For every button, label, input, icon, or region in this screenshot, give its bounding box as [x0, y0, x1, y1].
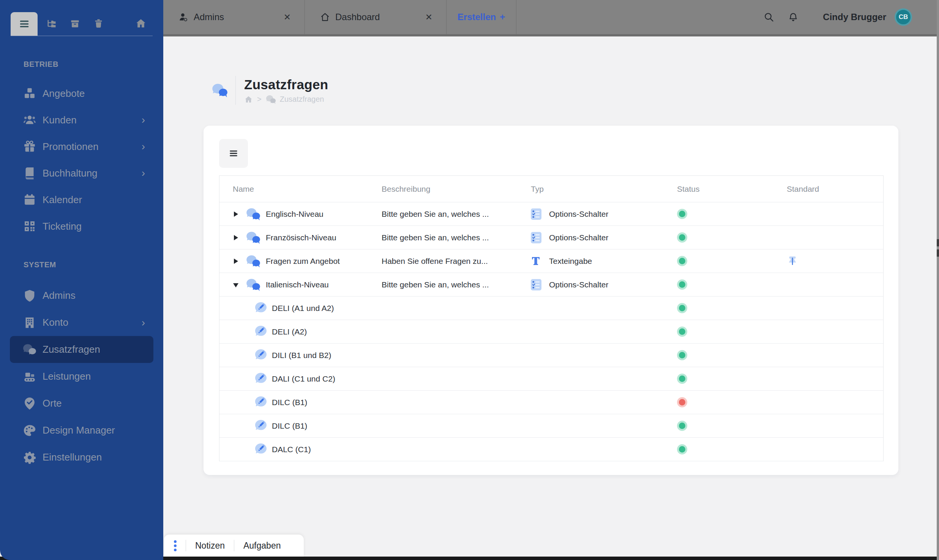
topbar-right: Cindy Brugger CB [764, 0, 939, 34]
sidebar-item-label: Konto [43, 317, 68, 328]
sidebar-item-label: Design Manager [43, 424, 115, 436]
tab-dashboard[interactable]: Dashboard✕ [305, 0, 447, 34]
sidebar-section-title: BETRIEB [24, 57, 163, 71]
sidebar-item-label: Einstellungen [43, 451, 102, 463]
search-icon[interactable] [764, 12, 774, 22]
row-description: Bitte geben Sie an, welches ... [382, 233, 489, 242]
sidebar-nav: BETRIEBAngeboteKunden›Promotionen›Buchha… [0, 57, 163, 471]
book-icon [23, 166, 36, 180]
sidebar-item-label: Buchhaltung [43, 167, 98, 179]
sitemap-icon[interactable] [46, 19, 57, 29]
sidebar-item-promotionen[interactable]: Promotionen› [10, 133, 153, 160]
answer-pencil-icon [254, 372, 268, 386]
answer-pencil-icon [254, 349, 268, 362]
row-type: Texteingabe [549, 257, 592, 266]
row-name: Englisch-Niveau [266, 210, 324, 219]
expand-arrow-icon[interactable] [233, 258, 238, 264]
trash-icon[interactable] [93, 18, 104, 29]
row-name: Fragen zum Angebot [266, 257, 340, 266]
tab-create-new[interactable]: Erstellen + [447, 0, 516, 34]
status-dot-active [677, 303, 687, 313]
column-header-status: Status [664, 185, 773, 194]
location-icon [23, 397, 36, 410]
close-icon[interactable]: ✕ [284, 13, 291, 22]
home-icon[interactable] [135, 18, 147, 29]
sidebar-item-label: Admins [43, 290, 76, 301]
bell-icon[interactable] [788, 12, 799, 22]
scrollbar-track[interactable] [937, 0, 939, 560]
sidebar-item-ticketing[interactable]: Ticketing [10, 213, 153, 240]
sidebar-section-title: SYSTEM [24, 258, 163, 271]
row-description: Bitte geben Sie an, welches ... [382, 210, 489, 219]
table-row[interactable]: DALI (C1 und C2) [219, 367, 883, 391]
sidebar-toggle-button[interactable] [11, 12, 38, 36]
row-name: DILI (B1 und B2) [272, 351, 331, 360]
table-row[interactable]: DELI (A1 und A2) [219, 297, 883, 320]
table-row[interactable]: Italienisch-NiveauBitte geben Sie an, we… [219, 273, 883, 297]
sidebar-item-leistungen[interactable]: Leistungen [10, 363, 153, 390]
dock-tab-aufgaben[interactable]: Aufgaben [243, 541, 281, 551]
table-row[interactable]: DALC (C1) [219, 438, 883, 461]
breadcrumb-chat-icon [266, 95, 276, 104]
header-divider [235, 76, 236, 105]
sidebar-item-label: Promotionen [43, 141, 98, 153]
table-row[interactable]: DILC (B1) [219, 414, 883, 438]
table-row[interactable]: DILC (B1) [219, 391, 883, 414]
sidebar-item-kalender[interactable]: Kalender [10, 186, 153, 213]
open-tabs: Admins✕Dashboard✕ [163, 0, 447, 34]
table-row[interactable]: Englisch-NiveauBitte geben Sie an, welch… [219, 202, 883, 226]
sidebar-item-buchhaltung[interactable]: Buchhaltung› [10, 160, 153, 186]
main-content: Zusatzfragen > Zusatzfragen Name Beschre… [163, 36, 939, 557]
scrollbar-thumb[interactable] [937, 239, 939, 246]
content-card: Name Beschreibung Typ Status Standard En… [204, 126, 898, 475]
sidebar-item-orte[interactable]: Orte [10, 390, 153, 417]
table-menu-button[interactable] [219, 139, 248, 168]
expand-arrow-icon[interactable] [233, 235, 238, 240]
column-header-description: Beschreibung [368, 185, 518, 194]
table-row[interactable]: DELI (A2) [219, 320, 883, 344]
avatar[interactable]: CB [895, 8, 912, 26]
column-header-standard: Standard [773, 185, 883, 194]
table-row[interactable]: DILI (B1 und B2) [219, 344, 883, 367]
sidebar-item-kunden[interactable]: Kunden› [10, 107, 153, 133]
row-name: Italienisch-Niveau [266, 280, 329, 289]
sidebar-item-label: Leistungen [43, 371, 91, 382]
dock-tab-notizen[interactable]: Notizen [195, 541, 225, 551]
hamburger-icon [17, 18, 31, 30]
breadcrumb-home-icon[interactable] [244, 95, 253, 104]
kebab-menu-icon[interactable] [174, 540, 177, 551]
table-body: Englisch-NiveauBitte geben Sie an, welch… [219, 202, 883, 461]
hamburger-icon [228, 148, 239, 158]
scrollbar-thumb[interactable] [937, 249, 939, 257]
sidebar-item-konto[interactable]: Konto› [10, 309, 153, 336]
chevron-right-icon: › [142, 168, 145, 178]
sidebar-item-zusatzfragen[interactable]: Zusatzfragen [10, 336, 153, 363]
table-row[interactable]: Französisch-NiveauBitte geben Sie an, we… [219, 226, 883, 249]
column-header-type: Typ [518, 185, 664, 194]
row-type: Options-Schalter [549, 210, 608, 219]
row-name: DILC (B1) [272, 398, 307, 407]
status-dot-active [677, 374, 687, 384]
sidebar-item-label: Zusatzfragen [43, 344, 100, 355]
qr-icon [23, 219, 36, 233]
sidebar-divider [11, 36, 153, 36]
sidebar-item-admins[interactable]: Admins [10, 282, 153, 309]
archive-box-icon[interactable] [70, 19, 80, 29]
breadcrumb-current: Zusatzfragen [280, 95, 324, 104]
sidebar-item-angebote[interactable]: Angebote [10, 80, 153, 107]
status-dot-active [677, 209, 687, 219]
sidebar-item-einstellungen[interactable]: Einstellungen [10, 444, 153, 471]
table-row[interactable]: Fragen zum AngebotHaben Sie offene Frage… [219, 249, 883, 273]
close-icon[interactable]: ✕ [425, 13, 432, 22]
status-dot-active [677, 327, 687, 337]
collapse-arrow-icon[interactable] [233, 282, 238, 287]
tab-admins[interactable]: Admins✕ [163, 0, 305, 34]
chat-icon [23, 343, 36, 357]
page-header: Zusatzfragen > Zusatzfragen [212, 76, 328, 105]
sidebar-item-design-manager[interactable]: Design Manager [10, 417, 153, 444]
dock-divider [234, 540, 234, 551]
status-dot-active [677, 279, 687, 290]
bottom-dock: Notizen Aufgaben [164, 535, 304, 557]
expand-arrow-icon[interactable] [233, 211, 238, 217]
sidebar-item-label: Orte [43, 398, 62, 409]
